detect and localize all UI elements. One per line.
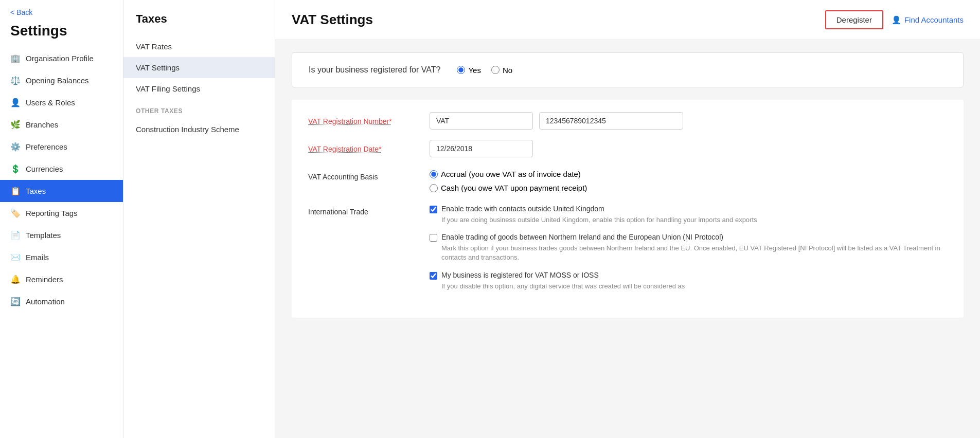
vat-reg-date-label: VAT Registration Date* [308, 140, 421, 153]
reporting-tags-icon: 🏷️ [10, 208, 21, 218]
enable-trade-checkbox[interactable] [430, 206, 437, 213]
sidebar-item-label: Reminders [26, 275, 63, 284]
vat-moss-desc: If you disable this option, any digital … [441, 282, 947, 291]
branches-icon: 🌿 [10, 120, 21, 130]
sub-nav-item-vat-settings[interactable]: VAT Settings [123, 57, 275, 78]
radio-no[interactable]: No [491, 66, 512, 75]
preferences-icon: ⚙️ [10, 142, 21, 152]
vat-reg-number-label: VAT Registration Number* [308, 112, 421, 125]
sidebar: < Back Settings 🏢Organisation Profile⚖️O… [0, 0, 123, 438]
header-actions: Deregister 👤 Find Accountants [825, 10, 964, 29]
radio-no-input[interactable] [491, 66, 500, 74]
sidebar-item-label: Organisation Profile [26, 54, 94, 63]
organisation-profile-icon: 🏢 [10, 53, 21, 63]
ni-protocol-checkbox[interactable] [430, 234, 437, 242]
form-section: VAT Registration Number* VAT Registratio… [292, 100, 964, 318]
sidebar-item-label: Automation [26, 297, 65, 306]
other-nav-item-construction-industry-scheme[interactable]: Construction Industry Scheme [123, 119, 275, 140]
vat-accounting-basis-label: VAT Accounting Basis [308, 168, 421, 181]
sidebar-item-label: Reporting Tags [26, 209, 78, 217]
sidebar-item-preferences[interactable]: ⚙️Preferences [0, 136, 123, 158]
sidebar-item-templates[interactable]: 📄Templates [0, 224, 123, 246]
ni-protocol-item: Enable trading of goods between Northern… [430, 233, 947, 262]
sidebar-item-organisation-profile[interactable]: 🏢Organisation Profile [0, 47, 123, 69]
sidebar-item-reporting-tags[interactable]: 🏷️Reporting Tags [0, 202, 123, 224]
sidebar-item-label: Currencies [26, 165, 63, 173]
ni-protocol-desc: Mark this option if your business trades… [441, 244, 947, 262]
sidebar-item-label: Taxes [26, 187, 46, 195]
vat-reg-number-inputs [430, 112, 947, 130]
other-taxes-nav: Construction Industry Scheme [123, 119, 275, 140]
taxes-icon: 📋 [10, 186, 21, 196]
sidebar-item-currencies[interactable]: 💲Currencies [0, 158, 123, 180]
vat-accounting-basis-radios: Accrual (you owe VAT as of invoice date)… [430, 168, 587, 192]
opening-balances-icon: ⚖️ [10, 76, 21, 85]
page-title: VAT Settings [292, 12, 373, 28]
vat-reg-number-value-input[interactable] [539, 112, 683, 130]
enable-trade-row: Enable trade with contacts outside Unite… [430, 205, 947, 213]
sidebar-item-opening-balances[interactable]: ⚖️Opening Balances [0, 69, 123, 92]
sidebar-item-label: Users & Roles [26, 98, 75, 107]
sidebar-item-reminders[interactable]: 🔔Reminders [0, 268, 123, 290]
international-trade-checkboxes: Enable trade with contacts outside Unite… [430, 203, 947, 291]
enable-trade-desc: If you are doing business outside United… [441, 215, 947, 225]
other-taxes-label: OTHER TAXES [123, 99, 275, 119]
international-trade-label: International Trade [308, 203, 421, 216]
vat-reg-date-input[interactable] [430, 140, 533, 157]
settings-title: Settings [0, 21, 123, 47]
middle-panel-title: Taxes [123, 12, 275, 36]
international-trade-row: International Trade Enable trade with co… [308, 203, 947, 291]
vat-reg-number-prefix-input[interactable] [430, 112, 533, 130]
sub-nav: VAT RatesVAT SettingsVAT Filing Settings [123, 36, 275, 99]
emails-icon: ✉️ [10, 252, 21, 262]
vat-moss-row: My business is registered for VAT MOSS o… [430, 271, 947, 280]
sidebar-item-branches[interactable]: 🌿Branches [0, 114, 123, 136]
ni-protocol-label: Enable trading of goods between Northern… [441, 233, 723, 241]
sub-nav-item-vat-rates[interactable]: VAT Rates [123, 36, 275, 57]
automation-icon: 🔄 [10, 297, 21, 306]
enable-trade-item: Enable trade with contacts outside Unite… [430, 205, 947, 225]
vat-reg-date-row: VAT Registration Date* [308, 140, 947, 157]
main-content: VAT Settings Deregister 👤 Find Accountan… [275, 0, 980, 438]
radio-yes-input[interactable] [457, 66, 465, 74]
vat-moss-item: My business is registered for VAT MOSS o… [430, 271, 947, 291]
vat-reg-date-inputs [430, 140, 947, 157]
radio-cash[interactable]: Cash (you owe VAT upon payment receipt) [430, 184, 587, 192]
users-roles-icon: 👤 [10, 98, 21, 107]
radio-accrual-input[interactable] [430, 170, 438, 178]
templates-icon: 📄 [10, 230, 21, 240]
vat-moss-label: My business is registered for VAT MOSS o… [441, 271, 599, 279]
find-accountants-button[interactable]: 👤 Find Accountants [892, 15, 964, 25]
sidebar-item-label: Templates [26, 231, 61, 240]
sidebar-item-label: Opening Balances [26, 76, 89, 85]
vat-registered-card: Is your business registered for VAT? Yes… [292, 52, 964, 87]
middle-panel: Taxes VAT RatesVAT SettingsVAT Filing Se… [123, 0, 275, 438]
sidebar-item-taxes[interactable]: 📋Taxes [0, 180, 123, 202]
sub-nav-item-vat-filing-settings[interactable]: VAT Filing Settings [123, 78, 275, 99]
radio-cash-input[interactable] [430, 184, 438, 192]
sidebar-item-label: Preferences [26, 142, 67, 151]
currencies-icon: 💲 [10, 164, 21, 174]
deregister-button[interactable]: Deregister [825, 10, 883, 29]
vat-registered-question: Is your business registered for VAT? [309, 65, 440, 75]
ni-protocol-row: Enable trading of goods between Northern… [430, 233, 947, 242]
vat-moss-checkbox[interactable] [430, 272, 437, 280]
back-button[interactable]: < Back [0, 0, 123, 21]
vat-accounting-basis-row: VAT Accounting Basis Accrual (you owe VA… [308, 168, 947, 192]
sidebar-item-label: Branches [26, 120, 58, 129]
enable-trade-label: Enable trade with contacts outside Unite… [441, 205, 604, 213]
vat-reg-number-row: VAT Registration Number* [308, 112, 947, 130]
sidebar-item-label: Emails [26, 253, 49, 262]
sidebar-nav: 🏢Organisation Profile⚖️Opening Balances👤… [0, 47, 123, 313]
sidebar-item-automation[interactable]: 🔄Automation [0, 290, 123, 313]
sidebar-item-emails[interactable]: ✉️Emails [0, 246, 123, 268]
content-body: Is your business registered for VAT? Yes… [275, 40, 980, 438]
sidebar-item-users-roles[interactable]: 👤Users & Roles [0, 92, 123, 114]
reminders-icon: 🔔 [10, 275, 21, 284]
person-icon: 👤 [892, 15, 901, 25]
radio-yes[interactable]: Yes [457, 66, 480, 75]
main-header: VAT Settings Deregister 👤 Find Accountan… [275, 0, 980, 40]
vat-registered-radio-group: Yes No [457, 66, 512, 75]
radio-accrual[interactable]: Accrual (you owe VAT as of invoice date) [430, 170, 587, 178]
